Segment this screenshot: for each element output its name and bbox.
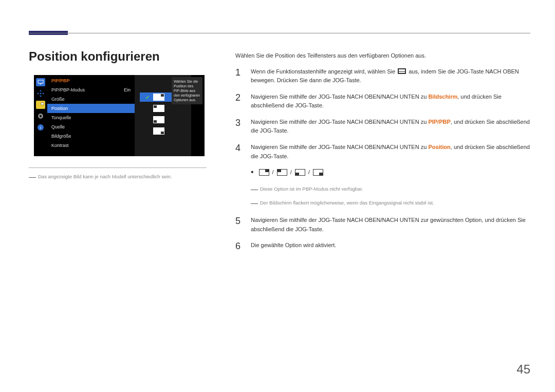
highlight-text: PIP/PBP [428, 119, 450, 125]
osd-row-mode: PIP/PBP-Modus Ein [47, 85, 135, 95]
step-body: Navigieren Sie mithilfe der JOG-Taste NA… [251, 143, 530, 161]
osd-row-label: PIP/PBP-Modus [51, 87, 85, 92]
check-placeholder [145, 117, 150, 122]
pip-icon [36, 101, 45, 109]
menu-icon [398, 68, 406, 74]
svg-rect-1 [40, 84, 42, 84]
image-caption: ―Das angezeigte Bild kann je nach Modell… [29, 173, 172, 181]
step-text: Wenn die Funktionstastenhilfe angezeigt … [251, 68, 397, 74]
check-placeholder [145, 128, 150, 134]
osd-row-source: Quelle [47, 122, 135, 132]
osd-row-value: Ein [124, 87, 131, 92]
step-body: Die gewählte Option wird aktiviert. [251, 241, 530, 252]
osd-row-label: Kontrast [51, 143, 69, 148]
step-text: Navigieren Sie mithilfe der JOG-Taste NA… [251, 119, 428, 125]
note-text: Der Bildschirm flackert möglicherweise, … [260, 200, 434, 206]
osd-row-size: Größe [47, 95, 135, 104]
pos-icon-bottom-left [295, 169, 305, 176]
pos-icon-top-right [259, 169, 269, 176]
pos-icon-top-left [153, 105, 164, 112]
position-option-tl [140, 104, 186, 113]
header-divider [29, 33, 530, 33]
highlight-text: Bildschirm [428, 94, 457, 100]
note-2: ―Der Bildschirm flackert möglicherweise,… [251, 197, 530, 209]
svg-rect-4 [41, 103, 44, 105]
page-title: Position konfigurieren [29, 49, 160, 64]
page-number: 45 [516, 362, 530, 377]
osd-row-label: Quelle [51, 124, 65, 129]
step-number: 2 [235, 92, 244, 110]
svg-point-6 [40, 115, 42, 117]
instructions-column: Wählen Sie die Position des Teilfensters… [235, 51, 530, 259]
step-body: Navigieren Sie mithilfe der JOG-Taste NA… [251, 92, 530, 110]
osd-row-label: Größe [51, 97, 65, 102]
position-option-bl [140, 115, 186, 124]
osd-screenshot: i PIP/PBP PIP/PBP-Modus Ein Größe Positi… [34, 75, 205, 156]
pos-icon-bottom-right [153, 127, 164, 135]
intro-text: Wählen Sie die Position des Teilfensters… [235, 51, 530, 60]
check-placeholder [145, 106, 150, 111]
step-number: 4 [235, 143, 244, 161]
info-icon: i [36, 123, 45, 132]
move-icon [36, 89, 45, 98]
pos-icon-top-left [277, 169, 287, 176]
step-3: 3 Navigieren Sie mithilfe der JOG-Taste … [235, 118, 530, 136]
caption-divider [29, 167, 207, 168]
note-1: ―Diese Option ist im PBP-Modus nicht ver… [251, 183, 530, 195]
pos-icon-top-right [153, 94, 164, 101]
osd-menu-list: PIP/PBP PIP/PBP-Modus Ein Größe Position… [47, 75, 135, 156]
step-body: Navigieren Sie mithilfe der JOG-Taste NA… [251, 118, 530, 136]
gear-icon [36, 112, 45, 120]
step-number: 1 [235, 67, 244, 85]
step-5: 5 Navigieren Sie mithilfe der JOG-Taste … [235, 216, 530, 234]
osd-row-contrast: Kontrast [47, 141, 135, 150]
step-text: Navigieren Sie mithilfe der JOG-Taste NA… [251, 144, 428, 150]
osd-row-label: Bildgröße [51, 134, 71, 139]
osd-row-imgsize: Bildgröße [47, 132, 135, 141]
step-body: Wenn die Funktionstastenhilfe angezeigt … [251, 67, 530, 85]
osd-help-text: Wählen Sie die Position des PIP-Bilds au… [172, 77, 202, 104]
step-text: Navigieren Sie mithilfe der JOG-Taste NA… [251, 94, 428, 100]
osd-menu-header: PIP/PBP [47, 75, 135, 85]
monitor-icon [36, 78, 45, 86]
highlight-text: Position [428, 144, 450, 150]
note-text: Diese Option ist im PBP-Modus nicht verf… [260, 186, 363, 192]
position-option-br [140, 126, 186, 136]
osd-row-sound: Tonquelle [47, 113, 135, 122]
step-2: 2 Navigieren Sie mithilfe der JOG-Taste … [235, 92, 530, 110]
step-number: 6 [235, 241, 244, 252]
step-6: 6 Die gewählte Option wird aktiviert. [235, 241, 530, 252]
caption-text: Das angezeigte Bild kann je nach Modell … [38, 174, 172, 179]
position-options-row: • / / / [251, 168, 530, 176]
osd-icon-column: i [34, 75, 47, 156]
svg-rect-0 [38, 80, 43, 83]
osd-row-position: Position [47, 104, 135, 113]
osd-row-label: Position [51, 106, 68, 111]
step-4: 4 Navigieren Sie mithilfe der JOG-Taste … [235, 143, 530, 161]
step-body: Navigieren Sie mithilfe der JOG-Taste NA… [251, 216, 530, 234]
osd-row-label: Tonquelle [51, 115, 71, 120]
check-icon: ✔ [145, 95, 150, 100]
pos-icon-bottom-right [313, 169, 323, 176]
step-number: 3 [235, 118, 244, 136]
svg-point-2 [40, 93, 42, 95]
bullet-icon: • [251, 168, 254, 176]
step-1: 1 Wenn die Funktionstastenhilfe angezeig… [235, 67, 530, 85]
pos-icon-bottom-left [153, 116, 164, 123]
step-number: 5 [235, 216, 244, 234]
